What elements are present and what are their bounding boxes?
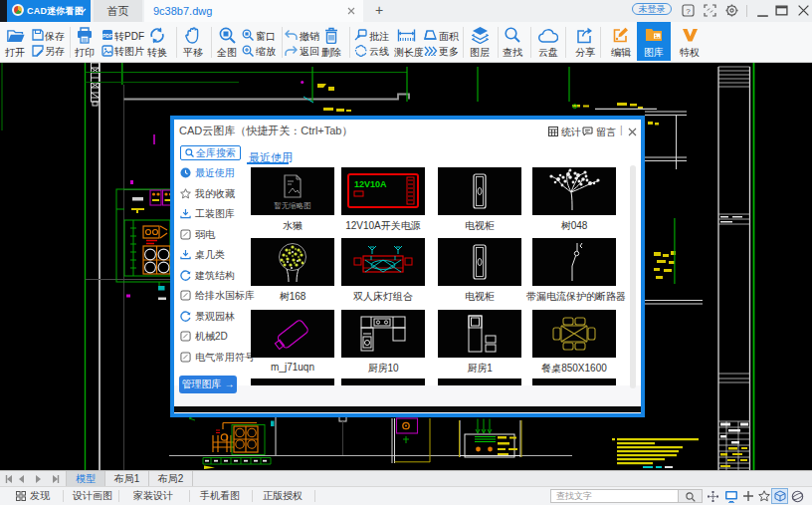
svg-text:?: ? [686, 7, 691, 16]
svg-text:暂无缩略图: 暂无缩略图 [274, 201, 311, 210]
svg-text:12V10A: 12V10A [354, 179, 387, 189]
svg-text:PDF: PDF [102, 33, 112, 39]
